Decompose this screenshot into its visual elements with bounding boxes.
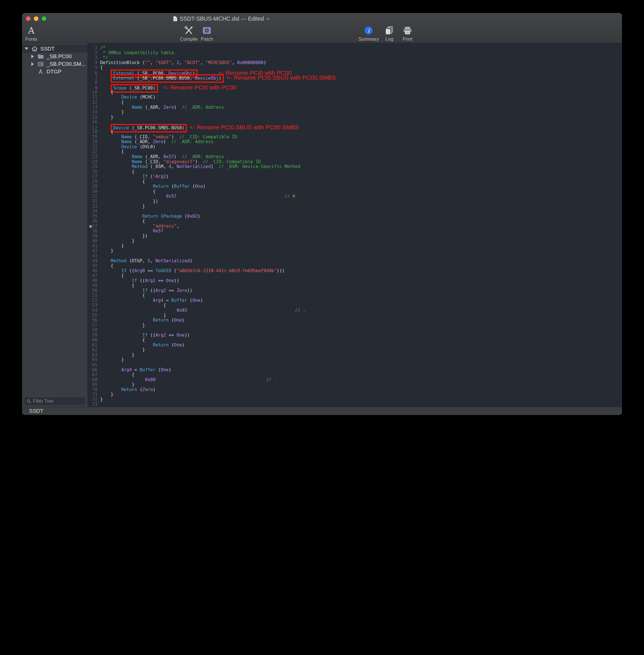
file-tree: SSDT _SB.PC00 (22, 43, 88, 398)
line-number: 34 (88, 209, 97, 214)
code-line: 47 { (88, 273, 622, 278)
code-line-text: } (100, 323, 145, 328)
code-line: 38 0x57 (88, 229, 622, 234)
disclosure-down-icon[interactable] (24, 47, 28, 50)
line-number: 63 (88, 353, 97, 358)
code-line-text: Device (MCHC) (100, 95, 156, 100)
code-line-text: Return (One) (100, 318, 185, 323)
sidebar-item-sb-pc00-smbs[interactable]: _SB.PC00.SM... (22, 60, 88, 68)
code-line-text: Return (Buffer (One) (100, 184, 205, 189)
fonts-button[interactable]: A Fonts (24, 25, 39, 42)
chevron-down-icon (266, 18, 270, 20)
code-line: 44 Method (DTGP, 5, NotSerialized) (88, 258, 622, 264)
code-line-text: } (100, 243, 124, 248)
folder-icon (37, 54, 44, 59)
summary-button[interactable]: i Summary (359, 25, 379, 42)
print-button[interactable]: Print (400, 25, 415, 42)
line-number: 45 (88, 264, 97, 269)
disclosure-right-icon[interactable] (30, 62, 35, 66)
minimize-button[interactable] (34, 16, 38, 21)
code-line: 15 } (88, 115, 622, 120)
code-line-text: DefinitionBlock ("", "SSDT", 2, "ACDT", … (100, 60, 266, 65)
line-number: 12 (88, 100, 97, 105)
line-number: 42 (88, 248, 97, 253)
code-editor[interactable]: 1/*2 * SMBus compatibility table.3 */4De… (88, 43, 622, 407)
disclosure-right-icon[interactable] (30, 54, 35, 59)
code-line: 54 0x03 // . (88, 308, 622, 313)
sidebar-item-dtgp[interactable]: DTGP (22, 68, 88, 75)
line-number: 11 (88, 95, 97, 100)
line-number: 47 (88, 273, 97, 278)
code-line-text: { (100, 149, 124, 154)
line-number: 43 (88, 253, 97, 258)
compile-button[interactable]: Compile (180, 25, 198, 42)
code-line: 45 { (88, 264, 622, 269)
code-line-text: Name (_CID, "smbus") // _CID: Compatible… (100, 134, 237, 139)
line-number: 29 (88, 184, 97, 189)
code-line: 27 If (!Arg2) (88, 174, 622, 179)
code-line: 72} (88, 397, 622, 402)
code-line: 39 }) (88, 234, 622, 239)
code-line-text: } (100, 248, 113, 253)
code-line: 70 Return (Zero) (88, 387, 622, 392)
sidebar-item-sb-pc00[interactable]: _SB.PC00 (22, 52, 88, 60)
code-line: 34 (88, 209, 622, 214)
code-line-text: { (100, 179, 145, 184)
line-number: 66 (88, 367, 97, 373)
tree-item-label: DTGP (47, 69, 62, 75)
code-line: 61 Return (One) (88, 343, 622, 348)
code-line: 30 { (88, 189, 622, 194)
print-label: Print (402, 37, 412, 42)
code-line-text: } (100, 352, 134, 357)
code-line: 19 Name (_CID, "smbus") // _CID: Compati… (88, 135, 622, 140)
patch-button[interactable]: Patch (199, 25, 214, 42)
window-title-area[interactable]: SSDT-SBUS-MCHC.dsl — Edited (173, 13, 270, 24)
code-line: 55 } (88, 313, 622, 318)
line-number: 41 (88, 244, 97, 249)
line-number: 69 (88, 382, 97, 387)
sidebar: SSDT _SB.PC00 (22, 43, 88, 407)
line-number: 14 (88, 110, 97, 115)
line-number: 51 (88, 293, 97, 298)
code-line: 51 { (88, 293, 622, 298)
compile-label: Compile (180, 37, 198, 42)
log-button[interactable]: Log (382, 25, 397, 42)
line-number: 53 (88, 303, 97, 308)
filter-tree-field[interactable] (25, 398, 85, 405)
line-number: 36 (88, 219, 97, 224)
line-number: 38 (88, 229, 97, 234)
tree-item-label: SSDT (40, 46, 55, 52)
filter-tree-input[interactable] (32, 398, 83, 404)
status-bar: SSDT (22, 407, 622, 415)
code-line-text: } (100, 392, 113, 397)
tree-item-label: _SB.PC00.SM... (47, 61, 86, 67)
line-number: 31 (88, 194, 97, 199)
line-number: 72 (88, 397, 97, 402)
line-number: 3 (88, 55, 97, 61)
print-icon (403, 25, 412, 36)
code-line: 66 Arg4 = Buffer (One) (88, 367, 622, 373)
compile-tools-icon (184, 25, 194, 36)
traffic-lights (26, 13, 46, 24)
code-line-text: } (100, 347, 145, 352)
zoom-button[interactable] (42, 16, 46, 21)
code-line: 4DefinitionBlock ("", "SSDT", 2, "ACDT",… (88, 61, 622, 66)
close-button[interactable] (26, 16, 30, 21)
code-line: 28 { (88, 179, 622, 184)
code-line: 2 * SMBus compatibility table. (88, 50, 622, 55)
code-line: 60 { (88, 338, 622, 343)
line-number: 4 (88, 61, 97, 66)
line-number: 28 (88, 179, 97, 184)
line-number: 67 (88, 372, 97, 378)
sidebar-item-ssdt[interactable]: SSDT (22, 45, 88, 52)
code-line: 49 { (88, 283, 622, 288)
code-line: 11 Device (MCHC) (88, 95, 622, 100)
line-number: 23 (88, 154, 97, 159)
line-number: 13 (88, 105, 97, 110)
code-line: 71 } (88, 392, 622, 397)
line-number: 33 (88, 204, 97, 209)
tree-item-label: _SB.PC00 (47, 53, 72, 60)
code-line: 48 If ((Arg1 == One)) (88, 278, 622, 284)
code-line-text: Device (DVL0) (100, 144, 156, 149)
code-line-text: Name (_ADR, Zero) // _ADR: Address (100, 105, 224, 110)
